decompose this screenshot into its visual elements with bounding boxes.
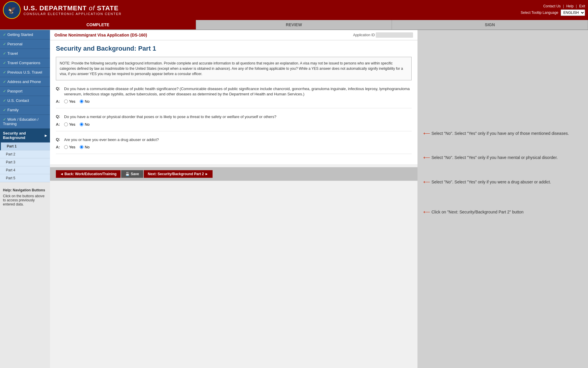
q3-no-label: No <box>85 145 90 149</box>
a3-label: A: <box>56 145 62 149</box>
header: 🦅 U.S. DEPARTMENT of STATE CONSULAR ELEC… <box>0 0 588 20</box>
q2-yes-option[interactable]: Yes <box>64 122 75 127</box>
q2-no-option[interactable]: No <box>80 122 90 127</box>
q3-no-option[interactable]: No <box>80 145 90 149</box>
sidebar-item-travel-companions[interactable]: ✓Travel Companions <box>0 58 50 68</box>
q3-no-radio[interactable] <box>80 145 83 149</box>
question-block-3: Q: Are you or have you ever been a drug … <box>56 137 412 154</box>
sidebar: ✓Getting Started ✓Personal ✓Travel ✓Trav… <box>0 30 50 368</box>
q1-no-label: No <box>85 99 90 104</box>
sidebar-sub-part4[interactable]: Part 4 <box>0 166 50 174</box>
save-button[interactable]: 💾 Save <box>121 170 143 178</box>
q3-yes-option[interactable]: Yes <box>64 145 75 149</box>
content-area: Online Nonimmigrant Visa Application (DS… <box>50 30 417 368</box>
tab-complete-label: COMPLETE <box>86 22 109 27</box>
chevron-right-icon: ▶ <box>45 134 47 137</box>
q3-radio-group: Yes No <box>64 145 90 149</box>
tab-sign-label: SIGN <box>485 22 495 27</box>
q3-text: Are you or have you ever been a drug abu… <box>64 137 159 142</box>
q2-no-radio[interactable] <box>80 122 83 126</box>
help-link[interactable]: Help <box>566 4 574 8</box>
sidebar-item-previous-us-travel[interactable]: ✓Previous U.S. Travel <box>0 68 50 77</box>
sidebar-item-personal[interactable]: ✓Personal <box>0 39 50 49</box>
tab-review[interactable]: REVIEW <box>196 20 392 29</box>
tab-sign[interactable]: SIGN <box>392 20 588 29</box>
annotation-3: ⟵ Select "No". Select "Yes" only if you … <box>423 179 582 185</box>
top-nav: Contact Us | Help | Exit <box>543 4 585 8</box>
sidebar-sub-part2[interactable]: Part 2 <box>0 150 50 158</box>
sidebar-item-us-contact[interactable]: ✓U.S. Contact <box>0 96 50 105</box>
contact-us-link[interactable]: Contact Us <box>543 4 561 8</box>
dept-name: U.S. DEPARTMENT of STATE <box>24 4 122 12</box>
question-row-2: Q: Do you have a mental or physical diso… <box>56 114 412 120</box>
q2-radio-group: Yes No <box>64 122 90 127</box>
q3-yes-radio[interactable] <box>64 145 68 149</box>
tooltip-lang: Select Tooltip Language ENGLISH <box>521 9 585 16</box>
dept-subtitle: CONSULAR ELECTRONIC APPLICATION CENTER <box>24 12 122 16</box>
arrow-2-icon: ⟵ <box>423 155 431 160</box>
app-id-value <box>376 32 413 38</box>
sidebar-item-security-background[interactable]: Security and Background ▶ <box>0 129 50 142</box>
a2-label: A: <box>56 122 62 127</box>
annotation-1: ⟵ Select "No". Select "Yes" only if you … <box>423 130 582 137</box>
answer-row-1: A: Yes No <box>56 99 412 104</box>
annotation-4: ⟵ Click on "Next: Security/Background Pa… <box>423 209 582 215</box>
sidebar-item-travel[interactable]: ✓Travel <box>0 49 50 58</box>
sidebar-sub-part1[interactable]: Part 1 <box>0 142 50 150</box>
app-id-bar: Online Nonimmigrant Visa Application (DS… <box>50 30 417 40</box>
sidebar-sub-part5[interactable]: Part 5 <box>0 174 50 182</box>
sidebar-item-family[interactable]: ✓Family <box>0 105 50 115</box>
sidebar-help: Help: Navigation Buttons Click on the bu… <box>0 185 50 209</box>
question-block-2: Q: Do you have a mental or physical diso… <box>56 114 412 131</box>
a1-label: A: <box>56 99 62 104</box>
q1-label: Q: <box>56 86 62 97</box>
app-id: Application ID <box>353 32 413 38</box>
arrow-3-icon: ⟵ <box>423 179 431 184</box>
bottom-bar: ◄ Back: Work/Education/Training 💾 Save N… <box>50 167 417 181</box>
q2-text: Do you have a mental or physical disorde… <box>64 114 276 120</box>
q1-yes-radio[interactable] <box>64 100 68 103</box>
sidebar-item-address-phone[interactable]: ✓Address and Phone <box>0 77 50 87</box>
q3-label: Q: <box>56 137 62 142</box>
tab-complete[interactable]: COMPLETE <box>0 20 196 29</box>
back-button[interactable]: ◄ Back: Work/Education/Training <box>56 170 121 178</box>
q3-yes-label: Yes <box>69 145 75 149</box>
language-select[interactable]: ENGLISH <box>561 9 585 16</box>
header-right: Contact Us | Help | Exit Select Tooltip … <box>521 4 585 16</box>
help-title: Help: Navigation Buttons <box>3 188 47 192</box>
sidebar-item-getting-started[interactable]: ✓Getting Started <box>0 30 50 39</box>
header-logo: 🦅 U.S. DEPARTMENT of STATE CONSULAR ELEC… <box>3 1 122 19</box>
note-box: NOTE: Provide the following security and… <box>56 57 412 80</box>
q1-text: Do you have a communicable disease of pu… <box>64 86 412 97</box>
annotations-panel: ⟵ Select "No". Select "Yes" only if you … <box>417 30 588 368</box>
page-title: Security and Background: Part 1 <box>56 45 412 52</box>
q1-yes-option[interactable]: Yes <box>64 99 75 104</box>
answer-row-2: A: Yes No <box>56 122 412 127</box>
app-id-label: Application ID <box>353 33 375 37</box>
tabs-bar: COMPLETE REVIEW SIGN <box>0 20 588 30</box>
sidebar-item-work-education[interactable]: ✓Work / Education / Training <box>0 115 50 129</box>
eagle-seal-icon: 🦅 <box>3 1 21 19</box>
content-body: Security and Background: Part 1 NOTE: Pr… <box>50 40 417 164</box>
tooltip-label: Select Tooltip Language <box>521 11 558 15</box>
q1-yes-label: Yes <box>69 99 75 104</box>
answer-row-3: A: Yes No <box>56 145 412 149</box>
tab-review-label: REVIEW <box>286 22 302 27</box>
sidebar-sub-part3[interactable]: Part 3 <box>0 158 50 166</box>
question-row-1: Q: Do you have a communicable disease of… <box>56 86 412 97</box>
q1-no-option[interactable]: No <box>80 99 90 104</box>
annotation-2: ⟵ Select "No". Select "Yes" only if you … <box>423 154 582 161</box>
q2-yes-label: Yes <box>69 122 75 127</box>
q2-yes-radio[interactable] <box>64 122 68 126</box>
question-block-1: Q: Do you have a communicable disease of… <box>56 86 412 108</box>
arrow-4-icon: ⟵ <box>423 209 431 214</box>
exit-link[interactable]: Exit <box>579 4 585 8</box>
help-text: Click on the buttons above to access pre… <box>3 194 47 206</box>
form-title: Online Nonimmigrant Visa Application (DS… <box>54 33 147 37</box>
q1-radio-group: Yes No <box>64 99 90 104</box>
next-button[interactable]: Next: Security/Background Part 2 ► <box>144 170 213 178</box>
question-row-3: Q: Are you or have you ever been a drug … <box>56 137 412 142</box>
q2-label: Q: <box>56 114 62 120</box>
q1-no-radio[interactable] <box>80 100 83 103</box>
sidebar-item-passport[interactable]: ✓Passport <box>0 87 50 96</box>
